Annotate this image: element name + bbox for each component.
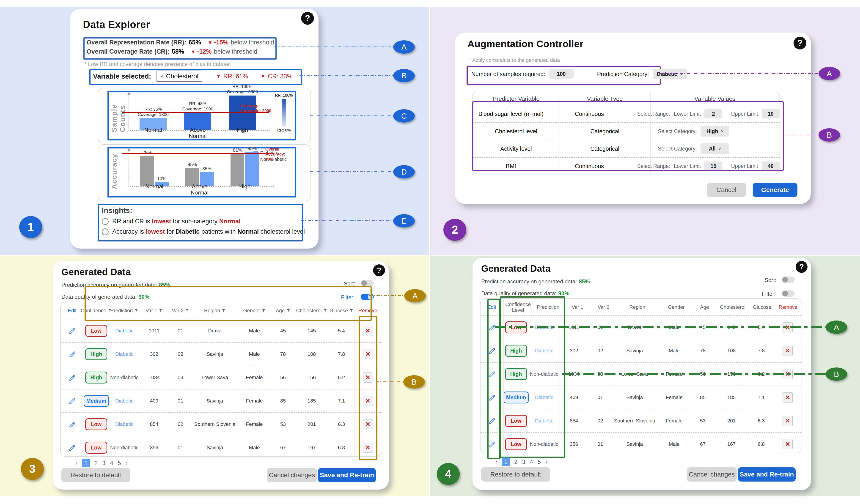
col-confidence[interactable]: Confidence — [84, 308, 109, 313]
filter-toggle[interactable] — [782, 290, 795, 297]
page-prev[interactable]: ‹ — [496, 459, 497, 465]
category-select[interactable]: All˅ — [701, 143, 729, 154]
page-2[interactable]: 2 — [95, 460, 98, 466]
edit-icon[interactable] — [68, 444, 76, 452]
confidence-badge: High — [505, 368, 527, 380]
edit-icon[interactable] — [488, 370, 496, 378]
sort-label: Sort: — [344, 280, 355, 287]
insight-item: Accuracy is lowest for Diabetic patients… — [102, 228, 305, 235]
edit-icon[interactable] — [488, 347, 496, 355]
cell-glucose: 6.3 — [749, 418, 774, 424]
page-3[interactable]: 3 — [522, 459, 525, 465]
page-4[interactable]: 4 — [110, 460, 113, 466]
category-select[interactable]: High˅ — [701, 126, 729, 136]
remove-button[interactable]: ✕ — [363, 326, 373, 336]
cell-var2: 01 — [169, 328, 192, 334]
upper-limit-input[interactable]: 10 — [762, 109, 779, 118]
bar-group: RR: 35%Coverage: 1300 — [138, 106, 169, 130]
variable-dropdown[interactable]: ˅Cholesterol — [157, 71, 202, 82]
generate-button[interactable]: Generate — [753, 183, 798, 197]
sort-toggle[interactable] — [361, 280, 374, 286]
down-triangle-icon: ▼ — [216, 73, 221, 79]
column-divider — [650, 92, 650, 174]
prediction-category-select[interactable]: Diabetic˅ — [653, 69, 687, 79]
column-divider — [560, 299, 560, 453]
lower-limit-input[interactable]: 15 — [704, 161, 722, 171]
page-next[interactable]: › — [545, 459, 547, 465]
radio-icon[interactable] — [102, 228, 109, 235]
remove-button[interactable]: ✕ — [783, 416, 793, 426]
save-retrain-button[interactable]: Save and Re-train — [738, 467, 796, 481]
page-1[interactable]: 1 — [502, 458, 510, 466]
cell-var1: 1011 — [140, 328, 169, 334]
edit-icon[interactable] — [488, 393, 496, 402]
cell-region: Savinja — [612, 441, 657, 447]
edit-icon[interactable] — [488, 440, 496, 448]
page-5[interactable]: 5 — [538, 459, 541, 465]
restore-default-button[interactable]: Restore to default — [61, 468, 130, 482]
cancel-changes-button[interactable]: Cancel changes — [687, 467, 737, 481]
help-icon[interactable]: ? — [373, 264, 385, 276]
table-header: Edit Confidence Prediction Var 1 Var 2 R… — [61, 302, 382, 319]
cell-region: Savinja — [192, 351, 237, 357]
cell-gender: Female — [237, 421, 272, 427]
page-2[interactable]: 2 — [514, 459, 517, 465]
edit-icon[interactable] — [488, 417, 496, 425]
samples-input[interactable]: 100 — [549, 69, 574, 78]
remove-button[interactable]: ✕ — [783, 439, 793, 449]
page-next[interactable]: › — [126, 460, 127, 466]
cancel-button[interactable]: Cancel — [707, 183, 746, 197]
filter-toggle[interactable] — [361, 294, 374, 300]
col-glucose[interactable]: Glucose — [329, 308, 354, 313]
remove-button[interactable]: ✕ — [363, 396, 373, 406]
bar-nondiabetic[interactable] — [140, 156, 154, 186]
remove-button[interactable]: ✕ — [783, 346, 793, 356]
col-glucose: Glucose — [749, 304, 774, 310]
callout-line-b — [785, 135, 818, 135]
col-var1: Var 1 — [563, 304, 592, 310]
remove-button[interactable]: ✕ — [363, 349, 373, 359]
edit-icon[interactable] — [68, 397, 76, 405]
edit-icon[interactable] — [68, 350, 76, 358]
col-var2: Var 2 — [592, 304, 615, 310]
help-icon[interactable]: ? — [793, 37, 806, 49]
sort-toggle[interactable] — [782, 276, 795, 283]
col-cholesterol[interactable]: Cholesterol — [295, 308, 329, 313]
col-var1[interactable]: Var 1 — [140, 308, 169, 313]
edit-icon[interactable] — [68, 373, 76, 381]
filter-icon — [262, 308, 266, 313]
save-retrain-button[interactable]: Save and Re-train — [318, 468, 376, 482]
page-prev[interactable]: ‹ — [76, 460, 77, 466]
help-icon[interactable]: ? — [301, 12, 314, 25]
page-5[interactable]: 5 — [118, 460, 121, 466]
remove-button[interactable]: ✕ — [363, 419, 373, 429]
page-1[interactable]: 1 — [82, 459, 90, 467]
cancel-changes-button[interactable]: Cancel changes — [267, 468, 317, 482]
cell-var1: 409 — [140, 398, 169, 404]
col-var2[interactable]: Var 2 — [169, 308, 192, 313]
remove-button[interactable]: ✕ — [363, 373, 373, 383]
remove-button[interactable]: ✕ — [363, 443, 373, 453]
col-region[interactable]: Region — [192, 308, 237, 313]
chevron-down-icon: ˅ — [160, 74, 163, 79]
filter-label: Filter: — [762, 291, 776, 297]
bar-diabetic[interactable] — [245, 152, 259, 186]
page-4[interactable]: 4 — [530, 459, 533, 465]
cell-region: Southern Slovenia — [612, 418, 657, 424]
col-gender[interactable]: Gender — [237, 308, 272, 313]
quality-metric: Data quality of generated data:90% — [61, 294, 149, 300]
col-age[interactable]: Age — [272, 308, 295, 313]
upper-limit-input[interactable]: 40 — [762, 161, 779, 171]
page-3[interactable]: 3 — [102, 460, 105, 466]
cell-var2: 02 — [588, 348, 612, 354]
col-prediction[interactable]: Prediction — [109, 308, 140, 313]
lower-limit-input[interactable]: 2 — [704, 109, 722, 118]
help-icon[interactable]: ? — [796, 261, 807, 273]
remove-button[interactable]: ✕ — [783, 392, 793, 403]
edit-icon[interactable] — [68, 327, 76, 335]
restore-default-button[interactable]: Restore to default — [481, 467, 550, 481]
bar-nondiabetic[interactable] — [230, 154, 244, 186]
radio-icon[interactable] — [102, 218, 109, 225]
column-divider — [774, 299, 774, 453]
edit-icon[interactable] — [68, 420, 76, 428]
